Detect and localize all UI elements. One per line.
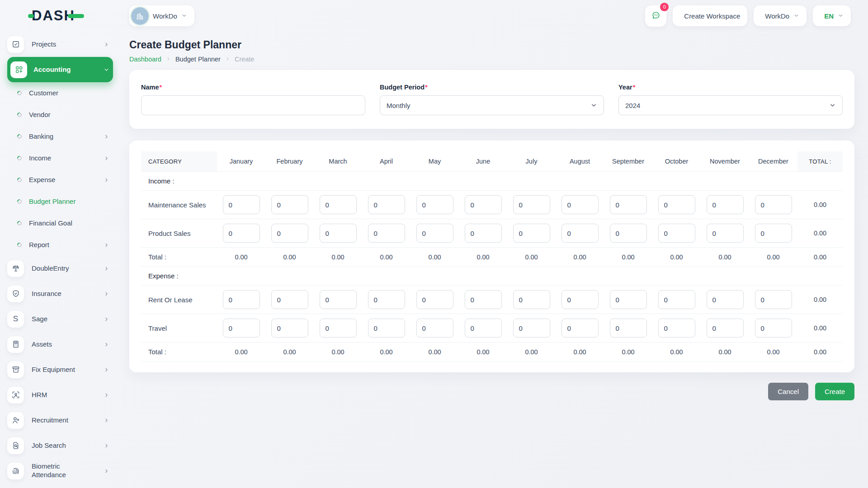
- budget-input-product-sales-july[interactable]: [513, 224, 550, 243]
- budget-input-travel-january[interactable]: [223, 319, 260, 338]
- budget-input-rent-or-lease-january[interactable]: [223, 290, 260, 309]
- budget-input-maintenance-sales-march[interactable]: [320, 195, 357, 214]
- calculator-icon: [7, 336, 24, 353]
- budget-input-product-sales-january[interactable]: [223, 224, 260, 243]
- year-select[interactable]: 2024: [618, 95, 843, 115]
- sidebar-item-insurance[interactable]: Insurance: [7, 281, 113, 306]
- sidebar-item-fix-equipment[interactable]: Fix Equipment: [7, 357, 113, 382]
- budget-input-product-sales-may[interactable]: [416, 224, 453, 243]
- budget-input-rent-or-lease-july[interactable]: [513, 290, 550, 309]
- brand-logo[interactable]: DASH: [7, 0, 126, 32]
- month-header-january: January: [217, 151, 265, 172]
- budget-input-rent-or-lease-june[interactable]: [465, 290, 502, 309]
- sidebar-item-projects[interactable]: Projects: [7, 32, 113, 57]
- messages-button[interactable]: 0: [645, 5, 666, 27]
- sidebar-item-sage[interactable]: SSage: [7, 306, 113, 332]
- budget-input-rent-or-lease-september[interactable]: [610, 290, 647, 309]
- sidebar-item-income[interactable]: Income: [7, 147, 113, 169]
- budget-input-travel-march[interactable]: [320, 319, 357, 338]
- section-row-income: Income :: [141, 172, 843, 191]
- budget-input-product-sales-june[interactable]: [465, 224, 502, 243]
- budget-input-product-sales-march[interactable]: [320, 224, 357, 243]
- budget-input-maintenance-sales-january[interactable]: [223, 195, 260, 214]
- budget-input-travel-august[interactable]: [561, 319, 599, 338]
- budget-input-rent-or-lease-october[interactable]: [658, 290, 695, 309]
- budget-input-product-sales-august[interactable]: [561, 224, 599, 243]
- sidebar-item-label: Projects: [32, 40, 56, 49]
- sidebar-item-doubleentry[interactable]: DoubleEntry: [7, 256, 113, 281]
- topbar: WorkDo 0 Create Workspace WorkDo EN: [129, 0, 854, 32]
- budget-input-maintenance-sales-february[interactable]: [271, 195, 308, 214]
- budget-input-product-sales-october[interactable]: [658, 224, 695, 243]
- sidebar-item-hrm[interactable]: HRM: [7, 382, 113, 408]
- breadcrumb-dashboard[interactable]: Dashboard: [129, 56, 161, 63]
- column-total-november: 0.00: [701, 248, 749, 267]
- sidebar-item-banking[interactable]: Banking: [7, 126, 113, 147]
- create-workspace-button[interactable]: Create Workspace: [673, 5, 747, 26]
- budget-input-travel-april[interactable]: [368, 319, 405, 338]
- workspace-avatar-building-icon: [131, 7, 149, 25]
- budget-input-rent-or-lease-may[interactable]: [416, 290, 453, 309]
- ring-bullet-icon: [16, 90, 23, 96]
- sidebar: DASH ProjectsAccountingCustomerVendorBan…: [0, 0, 126, 488]
- budget-input-travel-may[interactable]: [416, 319, 453, 338]
- cancel-button[interactable]: Cancel: [768, 383, 808, 400]
- budget-input-rent-or-lease-april[interactable]: [368, 290, 405, 309]
- budget-input-travel-december[interactable]: [755, 319, 792, 338]
- column-total-december: 0.00: [749, 248, 797, 267]
- sidebar-item-vendor[interactable]: Vendor: [7, 104, 113, 126]
- workspace-menu-button[interactable]: WorkDo: [754, 5, 807, 26]
- month-header-november: November: [701, 151, 749, 172]
- budget-input-travel-february[interactable]: [271, 319, 308, 338]
- budget-input-maintenance-sales-april[interactable]: [368, 195, 405, 214]
- budget-input-maintenance-sales-october[interactable]: [658, 195, 695, 214]
- budget-input-rent-or-lease-december[interactable]: [755, 290, 792, 309]
- budget-input-travel-july[interactable]: [513, 319, 550, 338]
- budget-input-product-sales-september[interactable]: [610, 224, 647, 243]
- budget-input-rent-or-lease-february[interactable]: [271, 290, 308, 309]
- category-name: Product Sales: [141, 219, 217, 248]
- budget-input-product-sales-april[interactable]: [368, 224, 405, 243]
- budget-input-product-sales-february[interactable]: [271, 224, 308, 243]
- sidebar-item-label: Job Search: [32, 441, 66, 450]
- budget-period-select[interactable]: Monthly: [380, 95, 604, 115]
- sidebar-item-report[interactable]: Report: [7, 234, 113, 256]
- sidebar-item-assets[interactable]: Assets: [7, 332, 113, 357]
- budget-input-maintenance-sales-december[interactable]: [755, 195, 792, 214]
- sidebar-item-recruitment[interactable]: Recruitment: [7, 408, 113, 433]
- budget-input-maintenance-sales-june[interactable]: [465, 195, 502, 214]
- budget-input-rent-or-lease-november[interactable]: [707, 290, 744, 309]
- sidebar-item-financial-goal[interactable]: Financial Goal: [7, 212, 113, 234]
- budget-input-maintenance-sales-august[interactable]: [561, 195, 599, 214]
- sidebar-item-budget-planner[interactable]: Budget Planner: [7, 191, 113, 212]
- column-total-may: 0.00: [410, 248, 459, 267]
- name-input[interactable]: [141, 95, 365, 115]
- budget-input-rent-or-lease-march[interactable]: [320, 290, 357, 309]
- shield-check-icon: [7, 286, 24, 302]
- budget-input-maintenance-sales-september[interactable]: [610, 195, 647, 214]
- chevron-right-icon: [104, 342, 109, 347]
- chat-icon: [651, 10, 661, 22]
- sidebar-item-biometric-attendance[interactable]: Biometric Attendance: [7, 458, 113, 483]
- month-header-june: June: [459, 151, 507, 172]
- sidebar-item-expense[interactable]: Expense: [7, 169, 113, 191]
- month-header-october: October: [652, 151, 701, 172]
- budget-input-travel-november[interactable]: [707, 319, 744, 338]
- sidebar-item-job-search[interactable]: Job Search: [7, 433, 113, 458]
- budget-input-product-sales-november[interactable]: [707, 224, 744, 243]
- section-row-expense: Expense :: [141, 267, 843, 286]
- budget-input-travel-october[interactable]: [658, 319, 695, 338]
- budget-input-maintenance-sales-november[interactable]: [707, 195, 744, 214]
- breadcrumb-budget-planner[interactable]: Budget Planner: [175, 56, 221, 63]
- budget-input-travel-june[interactable]: [465, 319, 502, 338]
- budget-input-rent-or-lease-august[interactable]: [561, 290, 599, 309]
- create-button[interactable]: Create: [815, 383, 854, 400]
- workspace-selector[interactable]: WorkDo: [129, 5, 194, 26]
- budget-input-travel-september[interactable]: [610, 319, 647, 338]
- budget-input-maintenance-sales-july[interactable]: [513, 195, 550, 214]
- sidebar-item-accounting[interactable]: Accounting: [7, 57, 113, 82]
- budget-input-product-sales-december[interactable]: [755, 224, 792, 243]
- sidebar-item-customer[interactable]: Customer: [7, 82, 113, 104]
- budget-input-maintenance-sales-may[interactable]: [416, 195, 453, 214]
- language-selector[interactable]: EN: [813, 5, 851, 26]
